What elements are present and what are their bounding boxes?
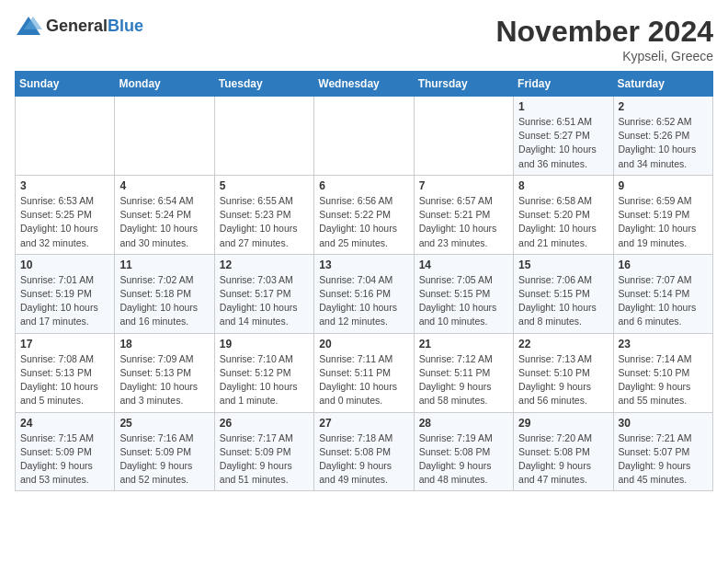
calendar-cell: 10Sunrise: 7:01 AM Sunset: 5:19 PM Dayli…: [16, 254, 115, 333]
calendar-cell: 1Sunrise: 6:51 AM Sunset: 5:27 PM Daylig…: [514, 97, 613, 176]
day-number: 21: [419, 338, 508, 350]
day-of-week-header: Tuesday: [214, 72, 313, 97]
calendar-cell: 17Sunrise: 7:08 AM Sunset: 5:13 PM Dayli…: [16, 333, 115, 412]
day-info: Sunrise: 7:18 AM Sunset: 5:08 PM Dayligh…: [319, 431, 408, 488]
day-number: 3: [20, 179, 109, 192]
day-number: 7: [419, 179, 508, 192]
day-info: Sunrise: 6:51 AM Sunset: 5:27 PM Dayligh…: [518, 115, 608, 171]
day-info: Sunrise: 7:08 AM Sunset: 5:13 PM Dayligh…: [20, 352, 109, 408]
calendar-cell: 12Sunrise: 7:03 AM Sunset: 5:17 PM Dayli…: [214, 254, 313, 333]
day-info: Sunrise: 6:52 AM Sunset: 5:26 PM Dayligh…: [619, 115, 708, 171]
day-number: 22: [518, 338, 608, 350]
calendar-header-row: SundayMondayTuesdayWednesdayThursdayFrid…: [16, 72, 713, 97]
day-info: Sunrise: 6:56 AM Sunset: 5:22 PM Dayligh…: [319, 194, 408, 250]
day-number: 17: [20, 338, 109, 350]
day-info: Sunrise: 7:14 AM Sunset: 5:10 PM Dayligh…: [619, 352, 708, 408]
calendar-cell: [414, 97, 513, 176]
calendar-cell: 9Sunrise: 6:59 AM Sunset: 5:19 PM Daylig…: [613, 175, 712, 254]
day-number: 12: [220, 259, 309, 271]
day-number: 4: [119, 179, 209, 192]
calendar-cell: 4Sunrise: 6:54 AM Sunset: 5:24 PM Daylig…: [115, 175, 214, 254]
day-info: Sunrise: 6:58 AM Sunset: 5:20 PM Dayligh…: [518, 194, 608, 250]
day-number: 2: [619, 100, 708, 113]
calendar-cell: 18Sunrise: 7:09 AM Sunset: 5:13 PM Dayli…: [115, 333, 214, 412]
page-header: GeneralBlue November 2024 Kypseli, Greec…: [15, 15, 713, 63]
calendar-cell: 3Sunrise: 6:53 AM Sunset: 5:25 PM Daylig…: [16, 175, 115, 254]
day-number: 24: [20, 417, 109, 430]
day-info: Sunrise: 6:59 AM Sunset: 5:19 PM Dayligh…: [619, 194, 708, 250]
calendar-cell: 19Sunrise: 7:10 AM Sunset: 5:12 PM Dayli…: [214, 333, 313, 412]
day-of-week-header: Sunday: [16, 72, 115, 97]
day-info: Sunrise: 6:53 AM Sunset: 5:25 PM Dayligh…: [20, 194, 109, 250]
day-number: 6: [319, 179, 408, 192]
location: Kypseli, Greece: [495, 49, 713, 63]
day-number: 14: [419, 259, 508, 271]
day-of-week-header: Friday: [514, 72, 613, 97]
calendar-week-row: 10Sunrise: 7:01 AM Sunset: 5:19 PM Dayli…: [16, 254, 713, 333]
logo-general: General: [46, 17, 108, 35]
calendar-cell: 24Sunrise: 7:15 AM Sunset: 5:09 PM Dayli…: [16, 412, 115, 491]
calendar-cell: 14Sunrise: 7:05 AM Sunset: 5:15 PM Dayli…: [414, 254, 513, 333]
day-number: 18: [119, 338, 209, 350]
day-info: Sunrise: 7:03 AM Sunset: 5:17 PM Dayligh…: [220, 273, 309, 329]
day-info: Sunrise: 7:09 AM Sunset: 5:13 PM Dayligh…: [119, 352, 209, 408]
calendar-week-row: 24Sunrise: 7:15 AM Sunset: 5:09 PM Dayli…: [16, 412, 713, 491]
calendar-cell: 29Sunrise: 7:20 AM Sunset: 5:08 PM Dayli…: [514, 412, 613, 491]
day-info: Sunrise: 7:20 AM Sunset: 5:08 PM Dayligh…: [518, 431, 608, 488]
day-number: 20: [319, 338, 408, 350]
calendar-cell: 16Sunrise: 7:07 AM Sunset: 5:14 PM Dayli…: [613, 254, 712, 333]
day-number: 29: [518, 417, 608, 430]
day-number: 1: [518, 100, 608, 113]
title-block: November 2024 Kypseli, Greece: [495, 15, 713, 63]
calendar-cell: 21Sunrise: 7:12 AM Sunset: 5:11 PM Dayli…: [414, 333, 513, 412]
calendar-cell: [214, 97, 313, 176]
day-info: Sunrise: 7:11 AM Sunset: 5:11 PM Dayligh…: [319, 352, 408, 408]
calendar-cell: 7Sunrise: 6:57 AM Sunset: 5:21 PM Daylig…: [414, 175, 513, 254]
day-info: Sunrise: 7:21 AM Sunset: 5:07 PM Dayligh…: [619, 431, 708, 488]
day-info: Sunrise: 7:19 AM Sunset: 5:08 PM Dayligh…: [419, 431, 508, 488]
day-info: Sunrise: 7:10 AM Sunset: 5:12 PM Dayligh…: [220, 352, 309, 408]
day-info: Sunrise: 6:57 AM Sunset: 5:21 PM Dayligh…: [419, 194, 508, 250]
day-info: Sunrise: 7:07 AM Sunset: 5:14 PM Dayligh…: [619, 273, 708, 329]
day-of-week-header: Wednesday: [314, 72, 414, 97]
day-number: 25: [119, 417, 209, 430]
calendar-table: SundayMondayTuesdayWednesdayThursdayFrid…: [15, 71, 713, 491]
calendar-cell: 11Sunrise: 7:02 AM Sunset: 5:18 PM Dayli…: [115, 254, 214, 333]
day-info: Sunrise: 7:17 AM Sunset: 5:09 PM Dayligh…: [220, 431, 309, 488]
calendar-cell: 22Sunrise: 7:13 AM Sunset: 5:10 PM Dayli…: [514, 333, 613, 412]
month-title: November 2024: [495, 15, 713, 49]
day-number: 9: [619, 179, 708, 192]
day-number: 15: [518, 259, 608, 271]
day-of-week-header: Saturday: [613, 72, 712, 97]
calendar-week-row: 3Sunrise: 6:53 AM Sunset: 5:25 PM Daylig…: [16, 175, 713, 254]
day-number: 5: [220, 179, 309, 192]
calendar-cell: 20Sunrise: 7:11 AM Sunset: 5:11 PM Dayli…: [314, 333, 414, 412]
day-info: Sunrise: 7:06 AM Sunset: 5:15 PM Dayligh…: [518, 273, 608, 329]
calendar-cell: [314, 97, 414, 176]
day-number: 30: [619, 417, 708, 430]
day-number: 28: [419, 417, 508, 430]
calendar-cell: 15Sunrise: 7:06 AM Sunset: 5:15 PM Dayli…: [514, 254, 613, 333]
day-of-week-header: Thursday: [414, 72, 513, 97]
calendar-cell: 23Sunrise: 7:14 AM Sunset: 5:10 PM Dayli…: [613, 333, 712, 412]
day-info: Sunrise: 7:05 AM Sunset: 5:15 PM Dayligh…: [419, 273, 508, 329]
calendar-cell: 25Sunrise: 7:16 AM Sunset: 5:09 PM Dayli…: [115, 412, 214, 491]
day-number: 26: [220, 417, 309, 430]
day-info: Sunrise: 7:15 AM Sunset: 5:09 PM Dayligh…: [20, 431, 109, 488]
calendar-cell: 2Sunrise: 6:52 AM Sunset: 5:26 PM Daylig…: [613, 97, 712, 176]
logo-icon: [15, 15, 42, 37]
calendar-cell: 27Sunrise: 7:18 AM Sunset: 5:08 PM Dayli…: [314, 412, 414, 491]
day-info: Sunrise: 7:02 AM Sunset: 5:18 PM Dayligh…: [119, 273, 209, 329]
day-info: Sunrise: 6:55 AM Sunset: 5:23 PM Dayligh…: [220, 194, 309, 250]
calendar-week-row: 1Sunrise: 6:51 AM Sunset: 5:27 PM Daylig…: [16, 97, 713, 176]
day-number: 10: [20, 259, 109, 271]
calendar-cell: [115, 97, 214, 176]
calendar-cell: 8Sunrise: 6:58 AM Sunset: 5:20 PM Daylig…: [514, 175, 613, 254]
day-info: Sunrise: 6:54 AM Sunset: 5:24 PM Dayligh…: [119, 194, 209, 250]
day-number: 16: [619, 259, 708, 271]
calendar-week-row: 17Sunrise: 7:08 AM Sunset: 5:13 PM Dayli…: [16, 333, 713, 412]
day-info: Sunrise: 7:13 AM Sunset: 5:10 PM Dayligh…: [518, 352, 608, 408]
calendar-cell: 5Sunrise: 6:55 AM Sunset: 5:23 PM Daylig…: [214, 175, 313, 254]
day-number: 23: [619, 338, 708, 350]
day-number: 27: [319, 417, 408, 430]
